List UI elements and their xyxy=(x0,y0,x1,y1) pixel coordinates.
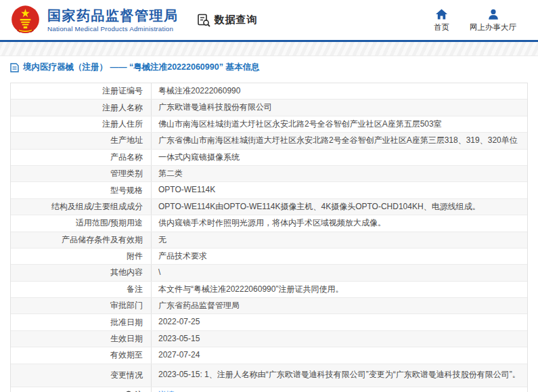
table-row: 结构及组成/主要组成成分 OPTO-WE114K由OPTO-WE114K摄像主机… xyxy=(11,199,527,215)
table-row: 注册证编号 粤械注准20222060990 xyxy=(11,83,527,100)
row-label-cell: 其他内容 xyxy=(11,265,152,280)
decorative-striped-band xyxy=(0,42,538,56)
row-label: 其他内容 xyxy=(110,267,143,278)
table-row: 适用范围/预期用途 供内窥镜手术时作照明光源用，将体内手术区域视频放大成像。 xyxy=(11,215,527,232)
data-query-label: 数据查询 xyxy=(215,14,258,26)
person-icon xyxy=(487,8,499,20)
nmpa-emblem-logo xyxy=(9,4,41,36)
row-label-cell: 注册人名称 xyxy=(11,100,152,115)
row-value: 本文件与“粤械注准20222060990”注册证共同使用。 xyxy=(152,282,527,297)
row-value: 无 xyxy=(152,232,527,248)
row-value: 详情 xyxy=(152,387,527,392)
row-label: 注 xyxy=(135,389,143,392)
table-row: 注 详情 xyxy=(11,387,527,392)
table-row: 审批部门 广东省药品监督管理局 xyxy=(11,298,527,314)
row-label-cell: 注册人住所 xyxy=(11,116,152,132)
row-value: 2022-07-25 xyxy=(152,314,527,330)
row-label-cell: 变更情况 xyxy=(11,364,152,387)
row-label-cell: 注册证编号 xyxy=(11,83,152,99)
row-label: 审批部门 xyxy=(110,300,143,311)
row-value: 粤械注准20222060990 xyxy=(152,83,527,99)
table-row: 生效日期 2023-05-15 xyxy=(11,331,527,347)
detail-link[interactable]: 详情 xyxy=(158,389,175,392)
row-label: 注册证编号 xyxy=(102,85,143,97)
row-value: \ xyxy=(152,265,527,280)
row-label: 型号规格 xyxy=(110,185,143,196)
row-value: 2027-07-24 xyxy=(152,347,527,363)
row-label: 产品名称 xyxy=(110,152,143,163)
org-name-en: National Medical Products Administration xyxy=(47,25,179,32)
row-value: OPTO-WE114K xyxy=(152,182,527,198)
home-icon xyxy=(435,8,448,20)
row-value: 第二类 xyxy=(152,166,527,181)
row-label: 附件 xyxy=(127,251,143,262)
row-label-cell: 附件 xyxy=(11,248,152,264)
row-label-cell: 管理类别 xyxy=(11,166,152,181)
page-title: 境内医疗器械（注册） —— “粤械注准20222060990” 基本信息 xyxy=(23,62,259,73)
table-row: 批准日期 2022-07-25 xyxy=(11,314,527,330)
row-value: 一体式内窥镜摄像系统 xyxy=(152,150,527,165)
nav-item-label: 首页 xyxy=(434,22,449,32)
data-query-nav[interactable]: 数据查询 xyxy=(196,13,258,28)
table-row: 注册人住所 佛山市南海区桂城街道大圩社区永安北路2号全谷智创产业社区A座第五层5… xyxy=(11,116,527,133)
row-label: 批准日期 xyxy=(110,317,143,328)
row-label-cell: 生产地址 xyxy=(11,133,152,148)
row-value: 产品技术要求 xyxy=(152,248,527,264)
table-row: 产品储存条件及有效期 无 xyxy=(11,232,527,248)
row-value: 佛山市南海区桂城街道大圩社区永安北路2号全谷智创产业社区A座第五层503室 xyxy=(152,116,527,132)
row-value: 广东欧谱曼迪科技股份有限公司 xyxy=(152,100,527,115)
row-label-cell: 产品储存条件及有效期 xyxy=(11,232,152,248)
row-value: OPTO-WE114K由OPTO-WE114K摄像主机、4K摄像头OPTO-CH… xyxy=(152,199,527,215)
table-row: 备注 本文件与“粤械注准20222060990”注册证共同使用。 xyxy=(11,282,527,298)
nav-item-home[interactable]: 首页 xyxy=(434,8,449,32)
page-header: 国家药品监督管理局 National Medical Products Admi… xyxy=(0,0,538,42)
row-value: 2023-05-15: 1、注册人名称由“广东欧谱曼迪科技有限公司”变更为“广东… xyxy=(152,364,527,387)
row-label: 生效日期 xyxy=(110,333,143,345)
org-title-block: 国家药品监督管理局 National Medical Products Admi… xyxy=(47,8,179,32)
row-value: 供内窥镜手术时作照明光源用，将体内手术区域视频放大成像。 xyxy=(152,215,527,231)
table-row: 附件 产品技术要求 xyxy=(11,248,527,265)
row-label-cell: 批准日期 xyxy=(11,314,152,330)
row-label: 备注 xyxy=(127,284,143,295)
registration-info-table: 注册证编号 粤械注准20222060990 注册人名称 广东欧谱曼迪科技股份有限… xyxy=(10,83,528,392)
row-label: 有效期至 xyxy=(110,349,143,361)
table-row: 产品名称 一体式内窥镜摄像系统 xyxy=(11,150,527,166)
row-label-cell: 生效日期 xyxy=(11,331,152,347)
document-icon xyxy=(10,63,19,72)
table-row: 生产地址 广东省佛山市南海区桂城街道大圩社区永安北路2号全谷智创产业社区A座第三… xyxy=(11,133,527,149)
row-label: 管理类别 xyxy=(110,168,143,179)
row-label: 产品储存条件及有效期 xyxy=(62,234,143,246)
row-value: 广东省佛山市南海区桂城街道大圩社区永安北路2号全谷智创产业社区A座第三层318、… xyxy=(152,133,527,148)
row-label: 变更情况 xyxy=(110,370,143,381)
row-label-cell: 型号规格 xyxy=(11,182,152,198)
row-label-cell: 适用范围/预期用途 xyxy=(11,215,152,231)
data-query-icon xyxy=(196,13,211,28)
row-label: 注册人名称 xyxy=(102,102,143,114)
top-nav: 首页 网上办事大厅 xyxy=(434,8,526,32)
breadcrumb: 境内医疗器械（注册） —— “粤械注准20222060990” 基本信息 xyxy=(0,56,538,79)
row-label-cell: 备注 xyxy=(11,282,152,297)
nav-item-label: 网上办事大厅 xyxy=(470,22,516,32)
row-label-cell: 有效期至 xyxy=(11,347,152,363)
org-name-cn: 国家药品监督管理局 xyxy=(47,8,179,24)
row-label-cell: 产品名称 xyxy=(11,150,152,165)
row-label-cell: 审批部门 xyxy=(11,298,152,313)
table-row: 管理类别 第二类 xyxy=(11,166,527,182)
row-value: 2023-05-15 xyxy=(152,331,527,347)
table-row: 其他内容 \ xyxy=(11,265,527,281)
row-label: 结构及组成/主要组成成分 xyxy=(51,201,143,213)
row-label: 适用范围/预期用途 xyxy=(76,217,143,229)
row-label: 生产地址 xyxy=(110,135,143,146)
table-row: 型号规格 OPTO-WE114K xyxy=(11,182,527,198)
table-row: 有效期至 2027-07-24 xyxy=(11,347,527,364)
nav-item-service-hall[interactable]: 网上办事大厅 xyxy=(470,8,516,32)
row-label-cell: 注 xyxy=(11,387,152,392)
table-row: 变更情况 2023-05-15: 1、注册人名称由“广东欧谱曼迪科技有限公司”变… xyxy=(11,364,527,387)
table-row: 注册人名称 广东欧谱曼迪科技股份有限公司 xyxy=(11,100,527,116)
row-label: 注册人住所 xyxy=(102,118,143,130)
row-value: 广东省药品监督管理局 xyxy=(152,298,527,313)
row-label-cell: 结构及组成/主要组成成分 xyxy=(11,199,152,215)
